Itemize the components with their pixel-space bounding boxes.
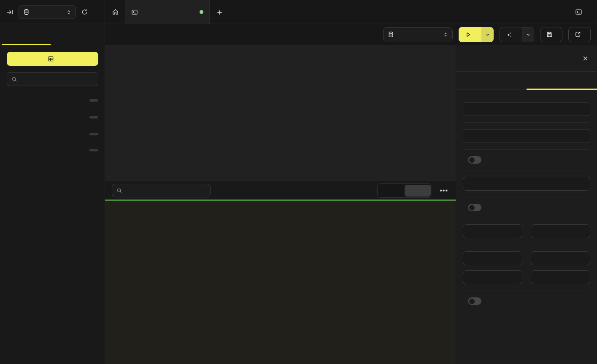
divider xyxy=(463,291,590,291)
resources-sidebar xyxy=(0,45,105,364)
show-legend-row xyxy=(463,297,590,305)
fare-total-min-input[interactable] xyxy=(463,270,522,284)
trip-total-min-input[interactable] xyxy=(463,251,522,265)
sidebar-tab-queries[interactable] xyxy=(52,24,105,45)
toolbar-database-selector[interactable] xyxy=(383,27,453,41)
engine-badge xyxy=(89,149,98,151)
engine-badge xyxy=(89,116,98,119)
show-data-labels-row xyxy=(463,204,590,211)
subtitle-input[interactable] xyxy=(463,102,590,116)
view-switcher xyxy=(377,183,432,198)
show-data-labels-toggle[interactable] xyxy=(468,204,481,211)
home-tab-button[interactable] xyxy=(105,0,125,24)
view-tab-chart[interactable] xyxy=(405,185,431,197)
show-legend-toggle[interactable] xyxy=(468,297,481,305)
query-tab[interactable] xyxy=(125,0,210,24)
chevron-updown-icon xyxy=(443,32,448,37)
table-item-hackernews[interactable] xyxy=(7,112,98,122)
sparkles-icon xyxy=(506,31,513,38)
results-search-input[interactable] xyxy=(126,187,206,194)
x-axis-title-input[interactable] xyxy=(463,129,590,143)
share-icon xyxy=(575,31,581,38)
divider xyxy=(463,122,590,123)
x-axis-min-input[interactable] xyxy=(463,224,522,238)
vertical-x-axis-labels-toggle[interactable] xyxy=(468,156,481,164)
vertical-x-axis-labels-row xyxy=(463,156,590,164)
more-options-icon[interactable]: ••• xyxy=(439,187,449,194)
queries-icon xyxy=(575,8,582,16)
sql-editor[interactable] xyxy=(105,45,456,181)
x-axis-range-row xyxy=(463,224,590,238)
results-chart xyxy=(111,209,458,326)
y-axis-range-fare-row xyxy=(463,270,590,284)
sql-ai-button[interactable] xyxy=(500,27,522,42)
engine-badge xyxy=(89,99,98,102)
results-toolbar: ••• xyxy=(105,181,456,200)
results-search xyxy=(112,184,211,197)
divider xyxy=(463,149,590,150)
database-icon xyxy=(388,31,394,38)
refresh-icon[interactable] xyxy=(81,8,88,16)
chevron-updown-icon xyxy=(66,10,71,15)
sql-ai-button-group xyxy=(500,27,534,42)
play-icon xyxy=(465,32,471,38)
table-item-stocks-stream[interactable] xyxy=(7,145,98,155)
run-button[interactable] xyxy=(459,27,481,42)
engine-badge xyxy=(89,133,98,135)
collapse-sidebar-icon[interactable] xyxy=(6,8,14,16)
top-bar-left xyxy=(0,0,105,24)
database-selector[interactable] xyxy=(19,5,76,19)
tab-advanced[interactable] xyxy=(527,72,597,89)
divider xyxy=(463,218,590,218)
trip-total-max-input[interactable] xyxy=(531,251,590,265)
chart-details-tabs xyxy=(456,72,597,90)
query-toolbar xyxy=(383,27,591,42)
unsaved-changes-dot xyxy=(200,10,203,14)
fare-total-max-input[interactable] xyxy=(531,270,590,284)
tab-general[interactable] xyxy=(456,72,527,89)
sidebar-tab-tables[interactable] xyxy=(0,24,52,45)
share-button[interactable] xyxy=(568,27,591,42)
divider xyxy=(463,245,590,245)
search-icon xyxy=(11,76,17,82)
sql-ai-options-button[interactable] xyxy=(522,27,534,42)
sidebar-search-input[interactable] xyxy=(21,76,94,82)
sql-console-app: ••• xyxy=(0,0,597,364)
chart-details-panel xyxy=(456,45,597,364)
divider xyxy=(463,170,590,170)
new-tab-button[interactable] xyxy=(213,6,226,19)
sidebar-tabs xyxy=(0,24,105,45)
run-options-button[interactable] xyxy=(481,27,494,42)
run-button-group xyxy=(459,27,494,42)
close-icon[interactable] xyxy=(582,55,589,62)
queries-button[interactable] xyxy=(575,0,586,24)
top-bar xyxy=(0,0,597,24)
search-icon xyxy=(116,188,122,194)
x-axis-max-input[interactable] xyxy=(531,224,590,238)
y-axis-range-trip-row xyxy=(463,251,590,265)
database-icon xyxy=(23,9,30,15)
chart-details-form xyxy=(456,90,597,305)
sidebar-search xyxy=(7,72,98,86)
table-item-nyc-taxi[interactable] xyxy=(7,129,98,139)
new-table-button[interactable] xyxy=(7,52,98,66)
save-button[interactable] xyxy=(540,27,562,42)
table-icon xyxy=(48,56,54,62)
chart-panel xyxy=(105,201,456,364)
query-header xyxy=(105,24,597,45)
view-tab-table[interactable] xyxy=(378,185,405,197)
chart-details-header xyxy=(456,45,597,72)
y-axis-title-input[interactable] xyxy=(463,177,590,191)
home-icon xyxy=(112,8,119,16)
divider xyxy=(463,197,590,197)
table-item-cell-towers[interactable] xyxy=(7,95,98,105)
terminal-icon xyxy=(131,9,138,16)
save-icon xyxy=(546,31,553,38)
